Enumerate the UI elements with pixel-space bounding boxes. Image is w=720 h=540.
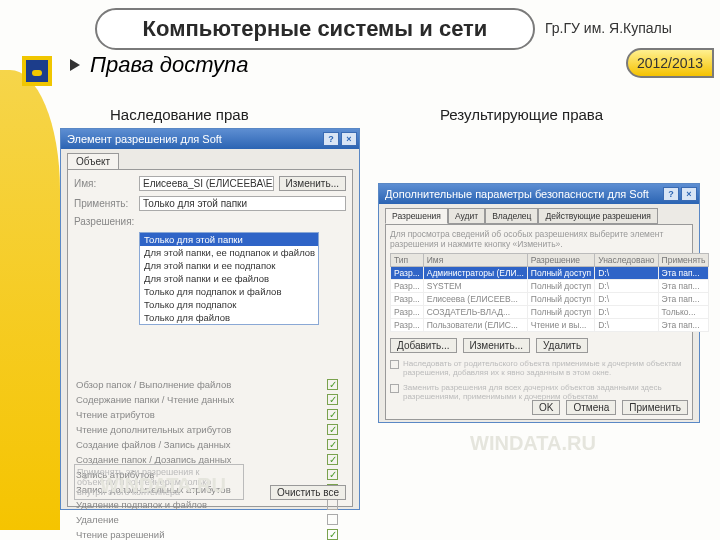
section-label-effective: Результирующие права: [440, 106, 603, 123]
apply-label: Применять:: [74, 198, 134, 209]
perm-label: Удаление: [76, 514, 119, 525]
table-row[interactable]: Разр...SYSTEMПолный доступD:\Эта пап...: [391, 280, 709, 293]
inherit-note: Применять эти разрешения к объектам и ко…: [74, 464, 244, 500]
page-title: Компьютерные системы и сети: [95, 8, 535, 50]
col-perm[interactable]: Разрешение: [527, 254, 594, 267]
table-row[interactable]: Разр...СОЗДАТЕЛЬ-ВЛАД...Полный доступD:\…: [391, 306, 709, 319]
dropdown-option[interactable]: Для этой папки и ее подпапок: [140, 259, 318, 272]
apply-button[interactable]: Применить: [622, 400, 688, 415]
close-icon[interactable]: ×: [681, 187, 697, 201]
apply-dropdown-list[interactable]: Только для этой папки Для этой папки, ее…: [139, 232, 319, 325]
perm-label: Чтение разрешений: [76, 529, 164, 540]
help-icon[interactable]: ?: [323, 132, 339, 146]
perm-allow-check[interactable]: [327, 499, 338, 510]
permission-entry-dialog: Элемент разрешения для Soft ? × Объект И…: [60, 128, 360, 510]
dialog2-intro: Для просмотра сведений об особых разреше…: [390, 229, 688, 249]
perm-allow-check[interactable]: [327, 439, 338, 450]
tab-effective[interactable]: Действующие разрешения: [538, 208, 657, 224]
table-row[interactable]: Разр...Администраторы (ЕЛИ...Полный дост…: [391, 267, 709, 280]
permissions-table[interactable]: Тип Имя Разрешение Унаследовано Применят…: [390, 253, 709, 332]
perm-label: Содержание папки / Чтение данных: [76, 394, 234, 405]
col-inh[interactable]: Унаследовано: [595, 254, 658, 267]
col-type[interactable]: Тип: [391, 254, 424, 267]
permissions-label: Разрешения:: [74, 216, 134, 227]
table-row[interactable]: Разр...Елисеева (ЕЛИСЕЕВ...Полный доступ…: [391, 293, 709, 306]
tab-object[interactable]: Объект: [67, 153, 119, 169]
perm-label: Создание файлов / Запись данных: [76, 439, 231, 450]
section-label-inheritance: Наследование прав: [110, 106, 249, 123]
dialog2-title: Дополнительные параметры безопасности дл…: [385, 188, 649, 200]
ok-button[interactable]: OK: [532, 400, 560, 415]
year-badge: 2012/2013: [626, 48, 714, 78]
edit-button[interactable]: Изменить...: [463, 338, 530, 353]
col-name[interactable]: Имя: [423, 254, 527, 267]
perm-allow-check[interactable]: [327, 529, 338, 540]
dropdown-option[interactable]: Только для файлов: [140, 311, 318, 324]
perm-label: Чтение дополнительных атрибутов: [76, 424, 231, 435]
perm-label: Чтение атрибутов: [76, 409, 155, 420]
apply-field[interactable]: Только для этой папки: [139, 196, 346, 211]
dialog1-title: Элемент разрешения для Soft: [67, 133, 222, 145]
perm-allow-check[interactable]: [327, 424, 338, 435]
watermark: WINDATA.RU: [470, 432, 596, 455]
help-icon[interactable]: ?: [663, 187, 679, 201]
clear-all-button[interactable]: Очистить все: [270, 485, 346, 500]
dropdown-option[interactable]: Для этой папки и ее файлов: [140, 272, 318, 285]
dropdown-option[interactable]: Для этой папки, ее подпапок и файлов: [140, 246, 318, 259]
slide-subtitle: Права доступа: [90, 52, 248, 78]
tab-audit[interactable]: Аудит: [448, 208, 485, 224]
replace-checkbox[interactable]: [390, 384, 399, 393]
col-apply[interactable]: Применять: [658, 254, 709, 267]
name-label: Имя:: [74, 178, 134, 189]
bullet-icon: [70, 59, 80, 71]
dropdown-option[interactable]: Только для подпапок: [140, 298, 318, 311]
table-row[interactable]: Разр...Пользователи (ЕЛИС...Чтение и вы.…: [391, 319, 709, 332]
dropdown-option[interactable]: Только для этой папки: [140, 233, 318, 246]
name-field[interactable]: Елисеева_SI (ЕЛИСЕЕВА\Елисеева): [139, 176, 274, 191]
tab-permissions[interactable]: Разрешения: [385, 208, 448, 224]
perm-label: Обзор папок / Выполнение файлов: [76, 379, 231, 390]
inherit-checkbox[interactable]: [390, 360, 399, 369]
permissions-list: Обзор папок / Выполнение файлов Содержан…: [74, 377, 346, 540]
inherit-note-a: Наследовать от родительского объекта при…: [403, 359, 688, 377]
delete-button[interactable]: Удалить: [536, 338, 588, 353]
dialog2-titlebar[interactable]: Дополнительные параметры безопасности дл…: [379, 184, 699, 204]
cancel-button[interactable]: Отмена: [566, 400, 616, 415]
add-button[interactable]: Добавить...: [390, 338, 457, 353]
close-icon[interactable]: ×: [341, 132, 357, 146]
dialog1-titlebar[interactable]: Элемент разрешения для Soft ? ×: [61, 129, 359, 149]
advanced-security-dialog: Дополнительные параметры безопасности дл…: [378, 183, 700, 423]
dropdown-option[interactable]: Только для подпапок и файлов: [140, 285, 318, 298]
perm-allow-check[interactable]: [327, 409, 338, 420]
perm-allow-check[interactable]: [327, 514, 338, 525]
perm-label: Удаление подпапок и файлов: [76, 499, 207, 510]
perm-allow-check[interactable]: [327, 394, 338, 405]
tab-owner[interactable]: Владелец: [485, 208, 538, 224]
change-button[interactable]: Изменить...: [279, 176, 346, 191]
inherit-note-b: Заменить разрешения для всех дочерних об…: [403, 383, 688, 401]
university-logo: [22, 56, 52, 86]
university-name: Гр.ГУ им. Я.Купалы: [545, 20, 672, 36]
perm-allow-check[interactable]: [327, 379, 338, 390]
